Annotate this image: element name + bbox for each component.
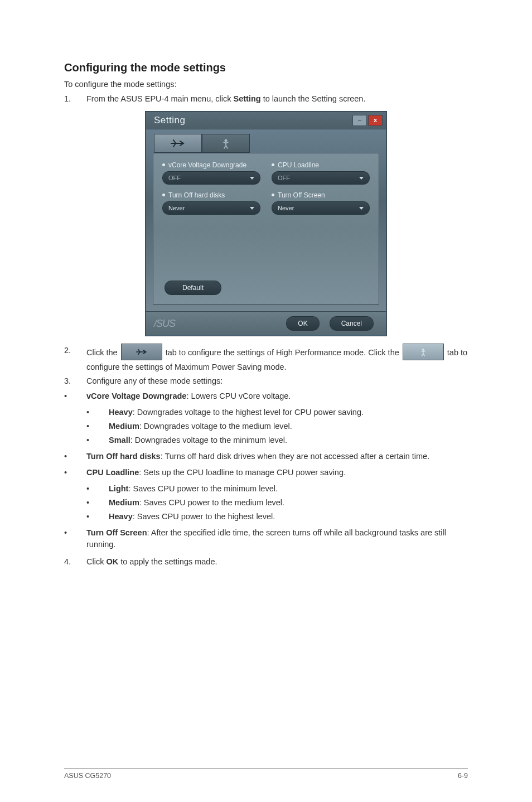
airplane-icon xyxy=(170,138,186,148)
step-body: Click the tab to configure the settings … xyxy=(86,345,468,373)
b4-term: Turn Off Screen xyxy=(86,528,147,537)
footer-left: ASUS CG5270 xyxy=(64,772,111,780)
close-button[interactable]: x xyxy=(368,115,383,126)
bullet-body: CPU Loadline: Sets up the CPU loadline t… xyxy=(86,467,468,479)
step-number: 1. xyxy=(64,93,86,105)
default-button[interactable]: Default xyxy=(165,281,221,295)
step4-text-a: Click xyxy=(86,557,106,566)
bullet-dot: • xyxy=(64,527,86,550)
hp-tab-icon-inline xyxy=(121,344,162,360)
step-body: Click OK to apply the settings made. xyxy=(86,556,468,568)
step1-text-c: to launch the Setting screen. xyxy=(261,94,366,103)
step1-text-a: From the ASUS EPU-4 main menu, click xyxy=(86,94,234,103)
window-buttons: – x xyxy=(352,115,383,126)
vcore-select[interactable]: OFF xyxy=(162,171,260,185)
step1-setting-word: Setting xyxy=(234,94,261,103)
screen-select[interactable]: Never xyxy=(272,201,370,215)
b1s3-term: Small xyxy=(109,436,130,445)
chevron-down-icon xyxy=(359,177,364,180)
hdd-label: Turn Off hard disks xyxy=(162,191,260,199)
footer-right: 6-9 xyxy=(458,772,468,780)
asus-logo: /SUS xyxy=(154,318,175,330)
svg-point-0 xyxy=(225,139,228,142)
b1s1-term: Heavy xyxy=(109,408,133,417)
chevron-down-icon xyxy=(250,207,254,210)
dialog-footer: /SUS OK Cancel xyxy=(146,311,386,335)
b2-term: Turn Off hard disks xyxy=(86,452,161,461)
vcore-value: OFF xyxy=(168,175,181,181)
bullet-body: Light: Saves CPU power to the minimum le… xyxy=(109,483,468,495)
minimize-button[interactable]: – xyxy=(352,115,367,126)
screen-value: Never xyxy=(278,205,294,211)
step-body: Configure any of these mode settings: xyxy=(86,375,468,387)
person-icon xyxy=(220,138,231,149)
bullet-body: Medium: Downgrades voltage to the medium… xyxy=(109,421,468,432)
bullet-dot: • xyxy=(86,497,109,509)
dialog-title: Setting xyxy=(154,115,185,126)
bullet-body: Small: Downgrades voltage to the minimum… xyxy=(109,434,468,446)
step-number: 4. xyxy=(64,556,86,568)
vcore-label: vCore Voltage Downgrade xyxy=(162,161,260,169)
bullet-dot: • xyxy=(86,434,109,446)
ok-button[interactable]: OK xyxy=(286,316,319,331)
bullet-dot: • xyxy=(86,421,109,432)
svg-point-1 xyxy=(422,349,424,351)
chevron-down-icon xyxy=(359,207,364,210)
bullet-dot: • xyxy=(64,467,86,479)
bullet-body: Turn Off hard disks: Turns off hard disk… xyxy=(86,451,468,462)
b3-term: CPU Loadline xyxy=(86,468,139,477)
bullet-dot: • xyxy=(64,390,86,402)
settings-panel: vCore Voltage Downgrade OFF Turn Off har… xyxy=(153,153,379,305)
b1s1-desc: : Downgrades voltage to the highest leve… xyxy=(133,408,364,417)
b1-term: vCore Voltage Downgrade xyxy=(86,392,186,400)
section-heading: Configuring the mode settings xyxy=(64,61,468,74)
cpu-loadline-select[interactable]: OFF xyxy=(272,171,370,185)
step-number: 2. xyxy=(64,345,86,373)
bullet-body: vCore Voltage Downgrade: Lowers CPU vCor… xyxy=(86,390,468,402)
b3s1-term: Light xyxy=(109,484,128,493)
bullet-dot: • xyxy=(86,407,109,418)
dialog-titlebar: Setting – x xyxy=(146,112,386,129)
b2-desc: : Turns off hard disk drives when they a… xyxy=(161,452,430,461)
b3s2-term: Medium xyxy=(109,498,139,507)
cancel-button[interactable]: Cancel xyxy=(330,316,374,331)
step4-text-c: to apply the settings made. xyxy=(118,557,217,566)
power-saving-tab[interactable] xyxy=(202,134,250,153)
b3s3-desc: : Saves CPU power to the highest level. xyxy=(133,512,275,521)
b1s2-desc: : Downgrades voltage to the medium level… xyxy=(139,422,292,431)
high-performance-tab[interactable] xyxy=(154,134,202,153)
cpu-loadline-value: OFF xyxy=(278,175,290,181)
bullet-body: Turn Off Screen: After the specified idl… xyxy=(86,527,468,550)
b3s1-desc: : Saves CPU power to the minimum level. xyxy=(128,484,278,493)
bullet-dot: • xyxy=(86,483,109,495)
page-footer: ASUS CG5270 6-9 xyxy=(64,768,468,780)
step-body: From the ASUS EPU-4 main menu, click Set… xyxy=(86,93,468,105)
b1s3-desc: : Downgrades voltage to the minimum leve… xyxy=(130,436,287,445)
b3s3-term: Heavy xyxy=(109,512,133,521)
b1s2-term: Medium xyxy=(109,422,139,431)
cpu-loadline-label: CPU Loadline xyxy=(272,161,370,169)
mode-tabs xyxy=(146,129,386,153)
ps-tab-icon-inline xyxy=(403,344,444,360)
b3-desc: : Sets up the CPU loadline to manage CPU… xyxy=(139,468,346,477)
bullet-body: Heavy: Downgrades voltage to the highest… xyxy=(109,407,468,418)
b1-desc: : Lowers CPU vCore voltage. xyxy=(186,392,291,400)
b3s2-desc: : Saves CPU power to the medium level. xyxy=(139,498,284,507)
step2-text-a: Click the xyxy=(86,348,120,357)
hdd-value: Never xyxy=(168,205,185,211)
bullet-dot: • xyxy=(64,451,86,462)
intro-text: To configure the mode settings: xyxy=(64,80,468,89)
bullet-body: Heavy: Saves CPU power to the highest le… xyxy=(109,511,468,523)
step4-ok-word: OK xyxy=(106,557,118,566)
step2-text-b: tab to configure the settings of High Pe… xyxy=(166,348,402,357)
hdd-select[interactable]: Never xyxy=(162,201,260,215)
screen-label: Turn Off Screen xyxy=(272,191,370,199)
chevron-down-icon xyxy=(250,177,254,180)
bullet-dot: • xyxy=(86,511,109,523)
setting-dialog: Setting – x vCore Voltage D xyxy=(146,112,386,336)
bullet-body: Medium: Saves CPU power to the medium le… xyxy=(109,497,468,509)
step-number: 3. xyxy=(64,375,86,387)
